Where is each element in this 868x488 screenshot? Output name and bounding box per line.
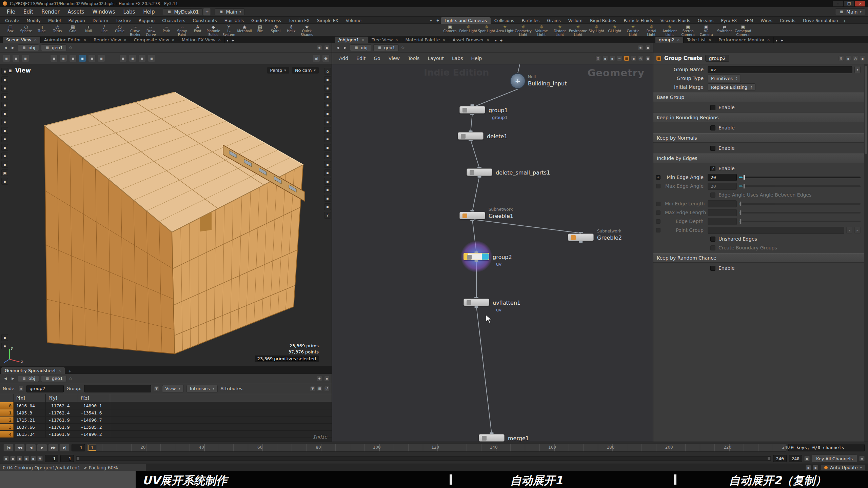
close-icon[interactable]: × [361,38,364,42]
desktop-tab[interactable]: ▦ MyDesk01 [163,8,202,15]
pane-tab-obj-geo1[interactable]: /obj/geo1× [335,37,368,43]
menu-edit[interactable]: Edit [19,8,37,16]
shelf-tab-vellum[interactable]: Vellum [565,17,586,24]
pane-tab-animation-editor[interactable]: Animation Editor× [41,37,90,43]
back-icon[interactable]: ◀ [3,376,8,381]
chevron-down-icon[interactable]: ▾ [225,38,230,43]
param-slider-max-edge-angle[interactable] [739,185,861,187]
split-view-icon[interactable]: ▪ [12,55,20,62]
node-body[interactable] [459,212,485,219]
viewport-canvas[interactable]: ▦ View Persp ▾ No cam ▾ ▪▪▪▪▪▪▪▪▪▪▪▪▣▪ ▪… [0,64,332,366]
param-slider-min-edge-angle[interactable] [739,177,861,178]
shelf-tab-guide-process[interactable]: Guide Process [248,17,285,24]
param-enable-checkbox[interactable] [656,219,660,224]
secure-selection-icon[interactable]: ▪ [119,55,127,62]
param-field-edge-depth[interactable] [708,218,737,225]
background-image-icon[interactable]: ▪ [324,178,331,185]
shelf-tool-distant-light[interactable]: ☼Distant Light [551,24,569,36]
network-canvas[interactable]: Indie Edition Geometry +NullBuilding_Inp… [332,64,653,442]
shelf-tool-torus[interactable]: ◎Torus [50,24,65,36]
shelf-tool-platonic-solids[interactable]: ◆Platonic Solids [205,24,221,36]
shelf-tab-texture[interactable]: Texture [112,17,135,24]
group-menu-icon[interactable]: ▾ [846,227,852,234]
table-row[interactable]: 01616.04-11762.4-14890.1 [0,402,332,409]
brush-select-icon[interactable]: ▪ [1,93,8,100]
menu-help[interactable]: Help [139,8,159,16]
close-icon[interactable]: × [708,38,711,42]
pane-tab-asset-browser[interactable]: Asset Browser× [449,37,493,43]
shelf-tab-volume[interactable]: Volume [342,17,366,24]
shelf-tool-spot-light[interactable]: ☼Spot Light [477,24,496,36]
persp-view-icon[interactable]: ▪ [324,85,331,92]
select-arrow-icon[interactable]: ▸ [854,227,861,234]
material-icon[interactable]: ▪ [1,152,8,159]
pane-tab-material-palette[interactable]: Material Palette× [402,37,449,43]
shelf-tool-environment-light[interactable]: ☼Environment Light [569,24,587,36]
path-segment-obj[interactable]: ▦obj [18,44,39,51]
search-icon[interactable]: ◎ [853,56,858,61]
next-frame-button[interactable]: ▶▶ [48,444,58,451]
shelf-tool-file[interactable]: ▤File [252,24,268,36]
spreadsheet-table[interactable]: P[x]P[y]P[z]01616.04-11762.4-14890.11149… [0,394,332,442]
shelf-tab-simple-fx[interactable]: Simple FX [313,17,342,24]
shelf-tool-null[interactable]: +Null [81,24,96,36]
param-field-max-edge-angle[interactable]: 20 [708,183,737,190]
select-visible-icon[interactable]: ▪ [98,55,105,62]
shelf-tool-gi-light[interactable]: ☼GI Light [606,24,624,36]
node-body[interactable] [463,253,489,260]
plus-icon[interactable]: + [779,38,785,43]
lasso-select-icon[interactable]: ▪ [1,85,8,92]
color-palette-icon[interactable]: ▦ [624,56,629,61]
shelf-tool-l-system[interactable]: YL-System [221,24,237,36]
cook-indicator-icon[interactable]: ▪ [813,465,818,470]
network-menu-help[interactable]: Help [467,55,486,62]
pane-tab-scene-view[interactable]: Scene View× [3,37,41,43]
table-row[interactable]: 41615.34-11601.9-14890.2 [0,431,332,438]
close-icon[interactable]: × [34,38,37,42]
columns-icon[interactable]: ▦ [317,386,322,391]
node-body[interactable] [463,299,489,306]
shelf-tool-curve-bezier[interactable]: ~Curve Bezier [127,24,143,36]
key-next-icon[interactable]: ▪ [24,456,29,461]
shelf-tab-particle-fluids[interactable]: Particle Fluids [620,17,657,24]
param-section-keep-by-normals[interactable]: Keep by Normals [653,133,864,143]
home-view-icon[interactable]: ⌂ [324,68,331,75]
uv-overlay-icon[interactable]: ▪ [324,169,331,176]
current-frame-field[interactable]: 1 [72,444,85,451]
info-icon[interactable]: ▪ [1,178,8,185]
table-row[interactable]: 11495.3-11762.4-13541.6 [0,409,332,416]
layout-icon[interactable]: ▪ [3,55,10,62]
intrinsics-combo[interactable]: Intrinsics ▾ [186,385,218,392]
select-settings-icon[interactable]: ▪ [129,55,136,62]
camera-lock-icon[interactable]: ▪ [324,195,331,202]
shelf-tool-camera[interactable]: ▣Camera [441,24,459,36]
handles-icon[interactable]: ▪ [1,136,8,142]
network-menu-go[interactable]: Go [370,55,384,62]
shelf-tab-fem[interactable]: FEM [741,17,757,24]
shelf-tab-characters[interactable]: Characters [158,17,189,24]
refresh-icon[interactable]: ↺ [324,386,330,391]
pin-icon[interactable]: ◈ [18,386,24,391]
shaded-mode-icon[interactable]: ▪ [324,102,331,108]
persp-selector[interactable]: Persp ▾ [267,67,289,74]
menu-caret-icon[interactable]: ▾ [854,66,861,73]
path-segment-obj[interactable]: ▦obj [350,44,371,51]
snap-grid-icon[interactable]: ▪ [603,56,608,61]
key-icon[interactable]: ◆ [3,456,9,461]
shelf-tool-metaball[interactable]: ◉Metaball [237,24,252,36]
param-field-min-edge-length[interactable] [708,200,737,207]
range-start-field[interactable]: 1 [60,455,74,462]
path-segment-geo1[interactable]: ▦geo1 [373,44,399,51]
forward-icon[interactable]: ▶ [342,45,348,50]
view-combo[interactable]: View ▾ [162,385,184,392]
table-row[interactable]: 31637.66-11761.9-13585.2 [0,424,332,431]
shelf-tab-particles[interactable]: Particles [518,17,544,24]
param-field-group-name[interactable]: uv [708,66,852,73]
shelf-tab-hair-utils[interactable]: Hair Utils [221,17,248,24]
slider-handle[interactable] [739,201,742,206]
close-icon[interactable]: × [442,38,446,42]
pane-divider[interactable] [332,43,332,442]
network-menu-tools[interactable]: Tools [404,55,424,62]
auto-update-selector[interactable]: Auto Update ▾ [821,464,865,471]
headlight-icon[interactable]: ▪ [324,136,331,142]
